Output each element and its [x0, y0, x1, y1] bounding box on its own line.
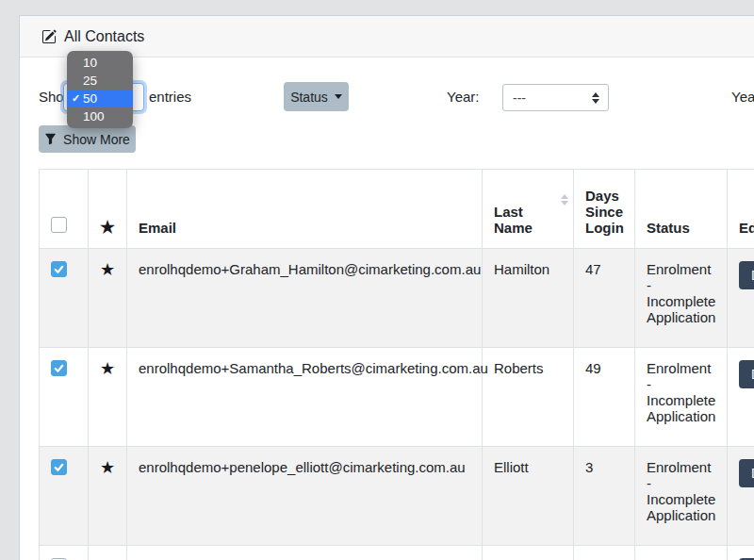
- select-updown-icon: [592, 92, 599, 104]
- edit-cell: Details: [728, 348, 754, 447]
- caret-down-icon: [335, 94, 342, 99]
- page: All Contacts Show entries Status Year: -…: [0, 0, 754, 560]
- checkbox-cell: [40, 546, 89, 560]
- year-select[interactable]: ---: [502, 84, 609, 111]
- details-button[interactable]: Details: [739, 459, 754, 487]
- row-checkbox[interactable]: [51, 459, 67, 475]
- star-cell: ★: [89, 447, 127, 546]
- select-all-header-cell: [40, 170, 89, 249]
- edit-cell: Details: [728, 546, 754, 560]
- table-row: ★ enrolhqdemo+Heath_Mason@cimarketing.co…: [40, 546, 754, 560]
- column-header-last-name[interactable]: Last Name: [483, 170, 574, 249]
- status-cell: Enrolment - Incomplete Application: [635, 249, 728, 348]
- star-header-cell: ★: [89, 170, 127, 249]
- status-cell: Enrolment - Incomplete Application: [635, 447, 728, 546]
- table-row: ★ enrolhqdemo+penelope_elliott@cimarketi…: [40, 447, 754, 546]
- star-cell: ★: [89, 546, 127, 560]
- page-size-option[interactable]: ✓ 25: [67, 72, 133, 90]
- table-header-row: ★ Email Last Name Days Since Login Statu…: [40, 170, 754, 249]
- contacts-table: ★ Email Last Name Days Since Login Statu…: [39, 169, 754, 560]
- email-cell: enrolhqdemo+penelope_elliott@cimarketing…: [127, 447, 483, 546]
- email-cell: enrolhqdemo+Graham_Hamilton@cimarketing.…: [127, 249, 483, 348]
- star-icon[interactable]: ★: [100, 458, 115, 477]
- page-size-dropdown: ✓ 10 ✓ 25 ✓ 50 ✓ 100: [67, 51, 133, 128]
- page-size-option[interactable]: ✓ 50: [67, 90, 133, 107]
- contacts-card: All Contacts Show entries Status Year: -…: [19, 15, 754, 560]
- table-row: ★ enrolhqdemo+Samantha_Roberts@cimarketi…: [40, 348, 754, 447]
- checkbox-cell: [40, 348, 89, 447]
- page-size-option[interactable]: ✓ 100: [67, 107, 133, 125]
- edit-cell: Details: [728, 249, 754, 348]
- page-title: All Contacts: [64, 28, 144, 45]
- year-label: Year:: [447, 89, 479, 105]
- days-since-login-cell: 47: [574, 249, 635, 348]
- page-size-option-label: 50: [83, 91, 97, 106]
- filter-funnel-icon: [44, 133, 57, 145]
- checkmark-icon: ✓: [72, 92, 80, 105]
- status-cell: Enrolment - Incomplete Application: [635, 348, 728, 447]
- column-header-days-since-login[interactable]: Days Since Login: [574, 170, 635, 249]
- details-button[interactable]: Details: [739, 261, 754, 289]
- contacts-table-body: ★ enrolhqdemo+Graham_Hamilton@cimarketin…: [40, 249, 754, 560]
- row-checkbox[interactable]: [51, 261, 67, 277]
- star-icon: ★: [100, 218, 115, 237]
- star-cell: ★: [89, 348, 127, 447]
- page-size-option-label: 10: [83, 56, 97, 70]
- table-row: ★ enrolhqdemo+Graham_Hamilton@cimarketin…: [40, 249, 754, 348]
- checkbox-cell: [40, 447, 89, 546]
- status-button-label: Status: [290, 90, 328, 105]
- checkbox-cell: [40, 249, 89, 348]
- show-more-button[interactable]: Show More: [39, 125, 136, 153]
- edit-pencil-square-icon: [41, 29, 57, 44]
- year-select-value: ---: [513, 91, 526, 106]
- year-label-right: Year:: [731, 89, 754, 105]
- last-name-cell: Roberts: [483, 348, 574, 447]
- status-dropdown-button[interactable]: Status: [284, 82, 349, 111]
- last-name-cell: Elliott: [483, 447, 574, 546]
- show-more-label: Show More: [63, 132, 130, 147]
- edit-cell: Details: [728, 447, 754, 546]
- row-checkbox[interactable]: [51, 360, 67, 376]
- column-header-status[interactable]: Status: [635, 170, 728, 249]
- days-since-login-cell: 3: [574, 447, 635, 546]
- page-size-option-label: 25: [83, 74, 97, 88]
- star-icon[interactable]: ★: [100, 260, 115, 279]
- page-size-option-label: 100: [83, 109, 105, 124]
- entries-label: entries: [149, 89, 191, 105]
- details-button[interactable]: Details: [739, 360, 754, 388]
- last-name-cell: Hamilton: [483, 249, 574, 348]
- page-size-option[interactable]: ✓ 10: [67, 54, 133, 72]
- select-all-checkbox[interactable]: [51, 217, 67, 233]
- last-name-cell: Mason: [483, 546, 574, 560]
- days-since-login-cell: 144: [574, 546, 635, 560]
- email-cell: enrolhqdemo+Heath_Mason@cimarketing.com.…: [127, 546, 483, 560]
- star-icon[interactable]: ★: [100, 359, 115, 378]
- email-cell: enrolhqdemo+Samantha_Roberts@cimarketing…: [127, 348, 483, 447]
- column-header-edit: Edit: [728, 170, 754, 249]
- column-header-email[interactable]: Email: [127, 170, 483, 249]
- sort-icon: [561, 194, 568, 206]
- star-cell: ★: [89, 249, 127, 348]
- days-since-login-cell: 49: [574, 348, 635, 447]
- status-cell: Enrolment - Incomplete Application: [635, 546, 728, 560]
